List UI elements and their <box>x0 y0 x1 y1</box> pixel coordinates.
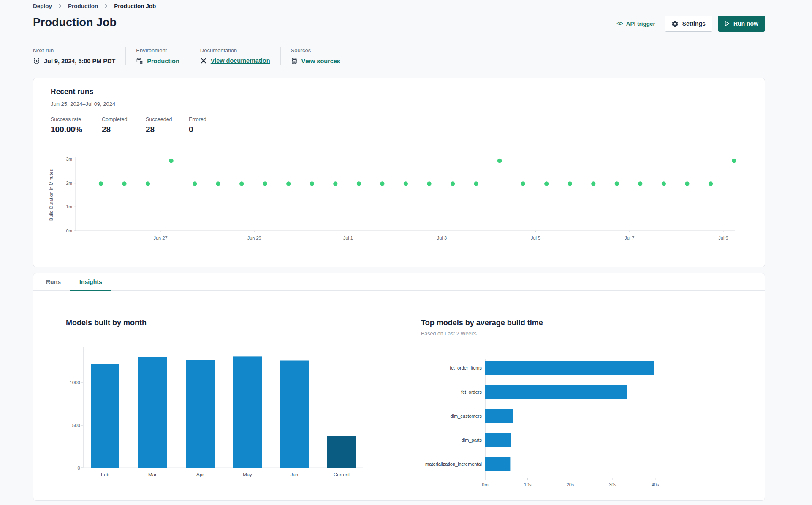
environment-section: Environment Production <box>136 47 190 65</box>
top-models-subtitle: Based on Last 2 Weeks <box>421 331 766 337</box>
recent-runs-date-range: Jun 25, 2024–Jul 09, 2024 <box>51 101 115 107</box>
svg-text:Jun: Jun <box>291 472 299 477</box>
svg-text:Jun 29: Jun 29 <box>247 235 261 240</box>
svg-text:0m: 0m <box>66 228 72 233</box>
chevron-right-icon <box>104 4 108 8</box>
svg-text:May: May <box>243 472 252 477</box>
svg-text:dim_customers: dim_customers <box>450 413 482 419</box>
svg-text:Jul 7: Jul 7 <box>625 235 634 240</box>
sources-section: Sources View sources <box>291 47 357 65</box>
svg-text:Jul 3: Jul 3 <box>437 235 447 240</box>
svg-text:30s: 30s <box>609 482 616 487</box>
svg-text:3m: 3m <box>66 157 72 162</box>
recent-runs-stats: Success rate 100.00% Completed 28 Succee… <box>51 116 206 134</box>
stat-success-rate: Success rate 100.00% <box>51 116 102 134</box>
svg-text:Jul 1: Jul 1 <box>343 235 353 240</box>
models-by-month-title: Models built by month <box>66 319 387 327</box>
code-icon: </> <box>616 21 622 27</box>
top-models-chart: 0m10s20s30s40sfct_order_itemsfct_ordersd… <box>421 354 766 494</box>
documentation-section: Documentation View documentation <box>200 47 281 65</box>
svg-text:Jun 27: Jun 27 <box>153 235 167 240</box>
dbt-logo-icon <box>200 57 207 64</box>
tab-bar: Runs Insights <box>33 273 765 291</box>
top-models-title: Top models by average build time <box>421 319 766 327</box>
tab-insights[interactable]: Insights <box>70 273 111 291</box>
svg-text:materialization_incremental: materialization_incremental <box>425 462 482 467</box>
models-by-month-block: Models built by month 05001000FebMarAprM… <box>66 319 387 327</box>
documentation-label: Documentation <box>200 47 270 54</box>
gear-icon <box>671 20 679 27</box>
api-trigger-link[interactable]: </> API trigger <box>616 21 655 27</box>
next-run-value: Jul 9, 2024, 5:00 PM PDT <box>44 58 115 65</box>
stat-completed: Completed 28 <box>102 116 146 134</box>
chevron-right-icon <box>58 4 62 8</box>
environment-link[interactable]: Production <box>147 58 179 65</box>
svg-text:20s: 20s <box>567 482 574 487</box>
models-by-month-chart: 05001000FebMarAprMayJunCurrent <box>67 344 371 481</box>
job-info-bar: Next run Jul 9, 2024, 5:00 PM PDT Enviro… <box>33 47 367 70</box>
recent-runs-card: Recent runs Jun 25, 2024–Jul 09, 2024 Su… <box>33 78 765 267</box>
breadcrumb: Deploy Production Production Job <box>33 0 765 9</box>
sources-label: Sources <box>291 47 340 54</box>
environment-label: Environment <box>136 47 179 54</box>
svg-text:Build Duration in Minutes: Build Duration in Minutes <box>49 169 54 221</box>
next-run-label: Next run <box>33 47 115 54</box>
svg-text:10s: 10s <box>524 482 532 487</box>
run-now-label: Run now <box>733 20 758 27</box>
api-trigger-label: API trigger <box>626 21 655 27</box>
svg-text:dim_parts: dim_parts <box>462 437 482 443</box>
recent-runs-title: Recent runs <box>51 87 93 96</box>
svg-text:1000: 1000 <box>69 380 80 385</box>
svg-text:40s: 40s <box>652 482 659 487</box>
breadcrumb-production[interactable]: Production <box>68 3 98 9</box>
svg-text:fct_orders: fct_orders <box>461 389 482 394</box>
stat-succeeded: Succeeded 28 <box>146 116 189 134</box>
job-detail-card: Runs Insights Models built by month 0500… <box>33 273 765 501</box>
tab-runs[interactable]: Runs <box>37 273 70 291</box>
svg-text:0m: 0m <box>482 482 488 487</box>
svg-text:0: 0 <box>78 465 80 470</box>
alarm-clock-icon <box>33 57 40 65</box>
svg-text:1m: 1m <box>66 204 72 209</box>
svg-text:Jul 5: Jul 5 <box>531 235 540 240</box>
svg-text:Feb: Feb <box>101 472 109 477</box>
settings-label: Settings <box>682 20 706 27</box>
run-now-button[interactable]: Run now <box>718 16 765 32</box>
next-run-section: Next run Jul 9, 2024, 5:00 PM PDT <box>33 47 126 65</box>
breadcrumb-deploy[interactable]: Deploy <box>33 3 52 9</box>
svg-text:Current: Current <box>334 472 350 477</box>
view-documentation-link[interactable]: View documentation <box>211 57 270 64</box>
svg-text:Jul 9: Jul 9 <box>718 235 728 240</box>
stat-errored: Errored 0 <box>189 116 206 134</box>
svg-text:Apr: Apr <box>196 472 204 477</box>
database-icon <box>291 57 298 65</box>
view-sources-link[interactable]: View sources <box>301 58 340 65</box>
breadcrumb-production-job: Production Job <box>114 3 156 9</box>
play-icon <box>725 21 730 27</box>
top-models-block: Top models by average build time Based o… <box>421 319 766 337</box>
page: Deploy Production Production Job Product… <box>33 0 765 505</box>
svg-text:fct_order_items: fct_order_items <box>450 365 482 370</box>
environment-database-icon <box>136 57 143 65</box>
svg-text:500: 500 <box>72 423 80 428</box>
build-duration-scatter-chart: 0m1m2m3mBuild Duration in MinutesJun 27J… <box>46 155 739 246</box>
settings-button[interactable]: Settings <box>665 16 712 32</box>
svg-text:2m: 2m <box>66 181 72 186</box>
header-actions: </> API trigger Settings Run now <box>616 16 765 32</box>
svg-text:Mar: Mar <box>148 472 157 477</box>
